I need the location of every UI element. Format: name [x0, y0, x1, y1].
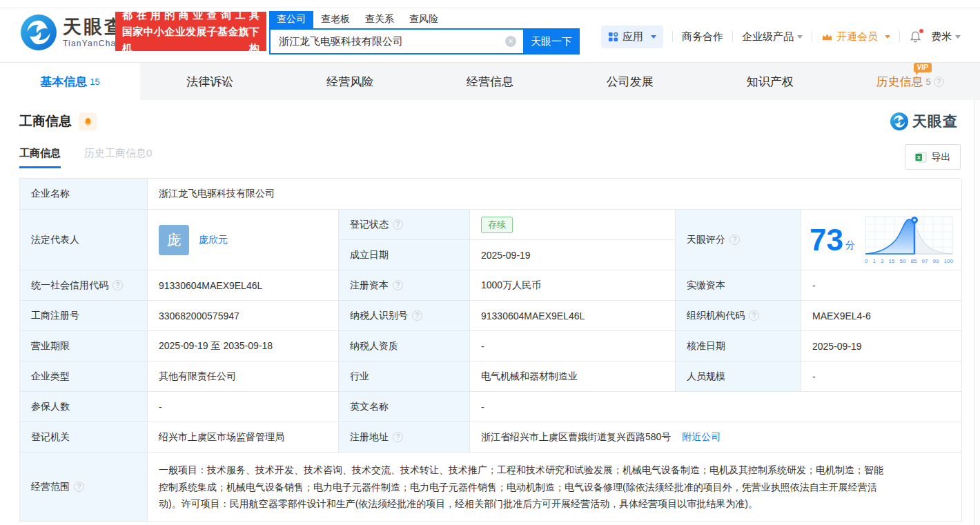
scrollbar[interactable] — [974, 100, 980, 525]
chevron-down-icon — [885, 35, 890, 39]
chevron-down-icon — [651, 35, 656, 39]
tianyancha-logo-icon — [21, 14, 57, 50]
search-tab-boss[interactable]: 查老板 — [313, 11, 357, 28]
username: 费米 — [931, 30, 952, 43]
clear-search-icon[interactable] — [505, 36, 516, 47]
field-label: 统一社会信用代码 — [20, 270, 148, 301]
watermark-logo: 天眼查 — [890, 112, 958, 131]
reg-address-cell: 浙江省绍兴市上虞区曹娥街道复兴西路580号 附近公司 — [470, 422, 962, 453]
search-tab-risk[interactable]: 查风险 — [402, 11, 446, 28]
page: { "colors": { "accent": "#0b7cf0", "bran… — [0, 0, 980, 525]
field-label: 核准日期 — [676, 331, 801, 361]
main-tabbar: 基本信息 15 法律诉讼 经营风险 经营信息 公司发展 知识产权 VIP 历史信… — [0, 62, 980, 100]
crown-icon — [821, 32, 833, 41]
monitor-bell-button[interactable] — [79, 112, 97, 130]
field-label: 参保人数 — [20, 392, 148, 422]
help-icon[interactable] — [393, 280, 403, 290]
field-label: 组织机构代码 — [676, 301, 801, 331]
apps-menu-button[interactable]: 应用 — [601, 26, 663, 48]
slogan-line-1: 都在用的商业查询工具 — [122, 7, 259, 23]
tab-legal-proceedings[interactable]: 法律诉讼 — [140, 63, 280, 100]
reg-number-value: 330682000575947 — [148, 301, 339, 331]
score-distribution-chart: 01 315 5085 9799 100 — [865, 215, 953, 264]
watermark-text: 天眼查 — [912, 112, 958, 131]
subtab-business-registration[interactable]: 工商信息 — [19, 147, 61, 168]
legal-rep-link[interactable]: 庞欣元 — [199, 234, 228, 246]
org-code-value: MAEX9EL4-6 — [801, 301, 962, 331]
section-title: 工商信息 — [19, 112, 72, 130]
search-button[interactable]: 天眼一下 — [523, 28, 580, 55]
search-tab-company[interactable]: 查公司 — [269, 11, 313, 28]
help-icon[interactable] — [412, 310, 422, 321]
nav-divider — [899, 31, 900, 42]
business-term-value: 2025-09-19 至 2035-09-18 — [148, 331, 339, 361]
field-label: 英文名称 — [339, 392, 470, 422]
legal-rep-cell: 庞 庞欣元 — [148, 210, 339, 270]
approval-date-value: 2025-09-19 — [801, 331, 962, 361]
avatar[interactable]: 庞 — [159, 225, 189, 255]
export-button[interactable]: X 导出 — [905, 144, 961, 170]
field-label: 注册资本 — [339, 270, 470, 301]
help-icon[interactable] — [74, 482, 84, 492]
tab-count: 5 — [925, 77, 930, 87]
reg-authority-value: 绍兴市上虞区市场监督管理局 — [148, 422, 339, 453]
taxpayer-id-value: 91330604MAEX9EL46L — [470, 301, 676, 331]
english-name-value: - — [470, 392, 962, 422]
field-label: 纳税人识别号 — [339, 301, 470, 331]
field-label: 法定代表人 — [20, 210, 148, 270]
nav-business-cooperation[interactable]: 商务合作 — [682, 30, 723, 43]
field-label: 天眼评分 — [676, 210, 801, 270]
field-label: 注册地址 — [339, 422, 470, 453]
tab-company-development[interactable]: 公司发展 — [560, 63, 700, 100]
tab-operational-risk[interactable]: 经营风险 — [280, 63, 420, 100]
industry-value: 电气机械和器材制造业 — [470, 361, 676, 392]
field-label: 纳税人资质 — [339, 331, 470, 361]
chevron-down-icon — [797, 35, 803, 39]
subtab-history-business-registration[interactable]: 历史工商信息0 — [84, 147, 152, 168]
staff-size-value: - — [801, 361, 962, 392]
help-icon[interactable] — [393, 432, 403, 442]
reg-address-value: 浙江省绍兴市上虞区曹娥街道复兴西路580号 — [481, 431, 671, 444]
tab-intellectual-property[interactable]: 知识产权 — [700, 63, 840, 100]
insured-count-value: - — [148, 392, 339, 422]
notifications-bell[interactable] — [909, 30, 922, 43]
field-label: 工商注册号 — [20, 301, 148, 331]
help-icon[interactable] — [749, 310, 759, 321]
apps-menu-label: 应用 — [623, 30, 643, 43]
search-input[interactable] — [269, 28, 523, 55]
header-nav: 应用 商务合作 企业级产品 开通会员 费米 — [601, 24, 961, 49]
help-icon[interactable] — [393, 219, 403, 230]
score-value: 73 — [810, 225, 843, 255]
nav-user-menu[interactable]: 费米 — [931, 30, 961, 43]
field-label: 经营范围 — [20, 453, 148, 522]
paid-capital-value: - — [801, 270, 962, 301]
business-scope-value: 一般项目：技术服务、技术开发、技术咨询、技术交流、技术转让、技术推广；工程和技术… — [148, 453, 962, 522]
section-header: 工商信息 — [19, 112, 97, 130]
help-icon[interactable] — [112, 280, 123, 290]
nearby-companies-link[interactable]: 附近公司 — [682, 431, 721, 444]
company-type-value: 其他有限责任公司 — [148, 361, 339, 392]
reg-capital-value: 1000万人民币 — [470, 270, 676, 301]
field-label: 企业类型 — [20, 361, 148, 392]
field-label: 登记状态 — [339, 210, 470, 240]
search-tab-relation[interactable]: 查关系 — [357, 11, 402, 28]
nav-enterprise-products[interactable]: 企业级产品 — [742, 30, 803, 43]
bell-icon — [84, 117, 92, 126]
tab-basic-info[interactable]: 基本信息 15 — [0, 63, 140, 100]
subtabs: 工商信息 历史工商信息0 — [19, 147, 152, 168]
tyc-score-cell: 73 分 — [801, 210, 962, 270]
nav-divider — [672, 31, 673, 42]
chevron-down-icon — [955, 35, 961, 39]
vip-badge: VIP — [914, 63, 932, 72]
svg-text:X: X — [917, 154, 921, 160]
nav-divider — [812, 31, 812, 42]
tab-history-info[interactable]: VIP 历史信息 5 — [840, 63, 980, 100]
tab-business-info[interactable]: 经营信息 — [420, 63, 560, 100]
taxpayer-quality-value: - — [470, 331, 676, 361]
notification-dot — [919, 28, 924, 34]
score-axis-labels: 01 315 5085 9799 100 — [865, 258, 953, 264]
help-icon[interactable] — [934, 77, 944, 87]
nav-divider — [732, 31, 733, 42]
nav-open-vip[interactable]: 开通会员 — [821, 30, 890, 43]
help-icon[interactable] — [729, 235, 740, 245]
